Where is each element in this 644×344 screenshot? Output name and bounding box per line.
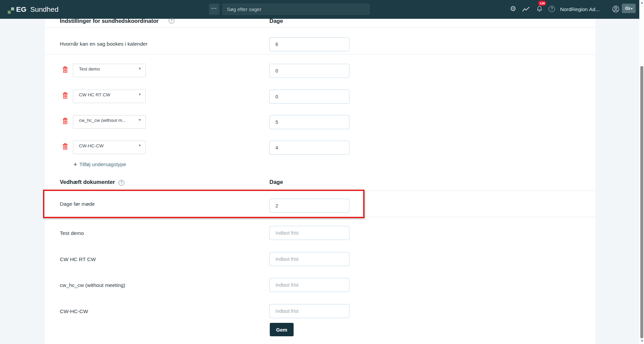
- divider: [45, 191, 595, 191]
- subtype-days-input[interactable]: [269, 90, 349, 104]
- chevron-down-icon: ▾: [139, 92, 141, 97]
- app-header: EG Sundhed ··· ⚙ 138 ? NordRegion Ad... …: [0, 0, 639, 19]
- save-button[interactable]: Gem: [270, 323, 294, 336]
- subtype-dropdown[interactable]: Test demo ▾: [73, 64, 146, 77]
- doc-row-label: CW HC RT CW: [60, 256, 96, 262]
- section-title-dokumenter: Vedhæft dokumenter: [60, 179, 115, 185]
- chevron-down-icon: ▾: [139, 117, 141, 122]
- scroll-down-icon[interactable]: ▼: [640, 339, 644, 343]
- subtype-days-input[interactable]: [269, 115, 349, 129]
- subtype-dropdown-value: Test demo: [79, 66, 134, 71]
- subtype-dropdown[interactable]: cw_hc_cw (without m... ▾: [73, 115, 146, 129]
- subtype-dropdown-value: CW HC RT CW: [79, 92, 134, 97]
- days-column-header: Dage: [269, 179, 283, 185]
- dage-foer-moede-input[interactable]: [269, 199, 349, 213]
- section-title-koordinator: Indstillinger for sundhedskoordinator: [60, 18, 159, 24]
- brand-name: EG: [16, 5, 27, 13]
- days-column-header: Dage: [269, 18, 283, 24]
- booking-row-label: Hvornår kan en sag bookes i kalender: [60, 41, 147, 47]
- product-name: Sundhed: [30, 5, 58, 13]
- doc-row-label: cw_hc_cw (without meeting): [60, 282, 125, 288]
- org-account-label[interactable]: NordRegion Ad...: [560, 6, 600, 12]
- doc-deadline-input[interactable]: [269, 304, 349, 318]
- doc-row-label: Test demo: [60, 230, 84, 236]
- chevron-down-icon: ▾: [631, 7, 633, 10]
- scrollbar-thumb[interactable]: [640, 66, 643, 338]
- more-options-button[interactable]: ···: [209, 4, 219, 15]
- logo-square-dark: [8, 11, 11, 14]
- doc-deadline-input[interactable]: [269, 278, 349, 292]
- activity-trend-icon[interactable]: [522, 7, 530, 12]
- doc-deadline-input[interactable]: [269, 226, 349, 240]
- doc-row-label: CW-HC-CW: [60, 308, 88, 314]
- language-code: da: [625, 5, 630, 11]
- add-subtype-label: Tilføj undersagstype: [79, 161, 126, 167]
- notification-count-badge: 138: [538, 1, 546, 6]
- divider: [45, 27, 595, 28]
- scroll-up-icon[interactable]: ▲: [640, 1, 644, 4]
- section-help-icon[interactable]: ?: [169, 18, 174, 23]
- logo-square-light: [11, 7, 14, 10]
- subtype-dropdown-value: CW-HC-CW: [79, 143, 134, 148]
- chevron-down-icon: ▾: [139, 66, 141, 71]
- add-subtype-link[interactable]: +Tilføj undersagstype: [73, 160, 126, 168]
- booking-days-input[interactable]: [269, 37, 349, 51]
- delete-subtype-button[interactable]: [62, 143, 68, 150]
- chevron-down-icon: ▾: [139, 143, 141, 148]
- delete-subtype-button[interactable]: [62, 66, 68, 73]
- divider: [45, 54, 595, 54]
- plus-icon: +: [73, 160, 77, 168]
- dage-foer-moede-label: Dage før møde: [60, 201, 95, 207]
- section-help-icon[interactable]: ?: [119, 180, 124, 186]
- delete-subtype-button[interactable]: [62, 117, 68, 124]
- help-icon[interactable]: ?: [549, 6, 555, 12]
- search-input[interactable]: [222, 4, 370, 15]
- delete-subtype-button[interactable]: [62, 92, 68, 99]
- user-profile-icon[interactable]: [612, 5, 619, 13]
- subtype-days-input[interactable]: [269, 64, 349, 78]
- notifications-bell-icon[interactable]: [536, 5, 543, 13]
- subtype-dropdown[interactable]: CW HC RT CW ▾: [73, 90, 146, 103]
- ellipsis-icon: ···: [211, 6, 217, 11]
- subtype-dropdown-value: cw_hc_cw (without m...: [79, 118, 134, 123]
- subtype-days-input[interactable]: [269, 141, 349, 155]
- language-selector[interactable]: da▾: [622, 4, 636, 13]
- settings-gear-icon[interactable]: ⚙: [510, 5, 516, 12]
- doc-deadline-input[interactable]: [269, 252, 349, 266]
- subtype-dropdown[interactable]: CW-HC-CW ▾: [73, 141, 146, 154]
- divider: [45, 217, 595, 217]
